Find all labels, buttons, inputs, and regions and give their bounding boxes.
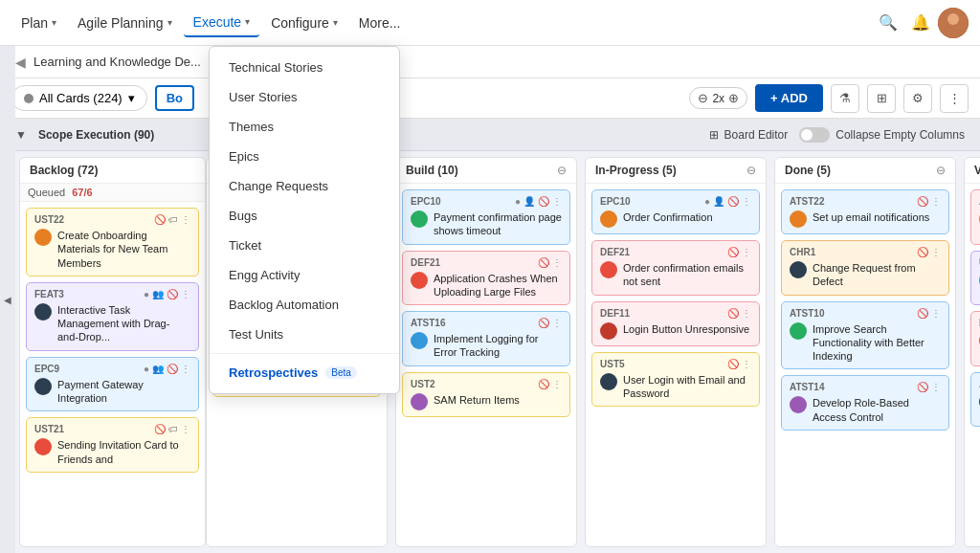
left-panel-expander[interactable]: ◀ — [0, 151, 15, 553]
card-chr1[interactable]: CHR1 🚫 ⋮ Change Request from Defect — [781, 240, 949, 296]
card-epc9[interactable]: EPC9 ● 👥 🚫 ⋮ Payment Gateway Integration — [26, 357, 199, 412]
menu-technical-stories[interactable]: Technical Stories — [210, 53, 399, 82]
block-icon: 🚫 — [727, 359, 739, 369]
inprogress-column: In-Progress (5) ⊖ EPC10 ● 👤 🚫 ⋮ Order Co… — [585, 157, 767, 547]
add-button[interactable]: + ADD — [755, 84, 823, 112]
nav-agile-chevron: ▾ — [167, 17, 172, 28]
card-avatar — [34, 378, 52, 395]
nav-plan-label: Plan — [21, 15, 48, 31]
card-avatar — [34, 438, 52, 455]
filter-icon-button[interactable]: ⚗ — [831, 84, 859, 113]
menu-themes[interactable]: Themes — [210, 112, 399, 142]
card-ust2[interactable]: UST2 🚫 ⋮ SAM Return Items — [402, 372, 570, 417]
card-ust22[interactable]: UST22 🚫 🏷 ⋮ Create Onboarding Materials … — [26, 208, 199, 276]
nav-configure-label: Configure — [271, 15, 329, 31]
breadcrumb-arrow-left[interactable]: ◀ — [15, 55, 26, 70]
more-icon: ⋮ — [742, 359, 751, 369]
board-view-button[interactable]: Bo — [155, 85, 194, 111]
card-def21-ip[interactable]: DEF21 🚫 ⋮ Order confirmation emails not … — [591, 240, 760, 296]
card-id: EPC10 — [600, 196, 631, 207]
share-icon-button[interactable]: ⚙ — [903, 84, 932, 113]
card-def11[interactable]: DEF11 🚫 ⋮ Login Button Unresponsive — [591, 301, 760, 346]
inprogress-minimize[interactable]: ⊖ — [746, 164, 756, 177]
menu-bugs[interactable]: Bugs — [210, 201, 399, 231]
zoom-plus-button[interactable]: ⊕ — [728, 91, 739, 105]
card-avatar — [790, 210, 807, 228]
menu-engg-activity[interactable]: Engg Activity — [210, 260, 399, 290]
card-text: Application Crashes When Uploading Large… — [434, 272, 562, 299]
search-button[interactable]: 🔍 — [873, 8, 903, 38]
card-action-icons: 🚫 ⋮ — [917, 308, 941, 319]
svg-point-1 — [947, 13, 959, 25]
card-action-icons: ● 👥 🚫 ⋮ — [144, 364, 190, 374]
card-atst16[interactable]: ATST16 🚫 ⋮ Implement Logging for Error T… — [402, 311, 570, 366]
user-avatar[interactable] — [938, 8, 969, 38]
menu-change-requests[interactable]: Change Requests — [210, 171, 399, 201]
card-action-icons: ● 👤 🚫 ⋮ — [515, 196, 562, 207]
more-options-button[interactable]: ⋮ — [940, 84, 969, 113]
nav-plan[interactable]: Plan ▾ — [11, 10, 66, 36]
card-text: Set up email notifications — [813, 210, 941, 224]
block-icon: 🚫 — [917, 382, 928, 392]
nav-configure[interactable]: Configure ▾ — [261, 10, 347, 36]
card-order-confirm[interactable]: EPC10 ● 👤 🚫 ⋮ Order Confirmation — [591, 189, 760, 234]
card-adhw1[interactable]: ADHW1 🚫 ⋮ Research and Compile New E-Lea… — [970, 189, 980, 245]
more-icon: ⋮ — [552, 379, 562, 389]
card-ureq1[interactable]: UREQ1 🚫 ⋮ Allow users to create, edit, a… — [970, 251, 980, 306]
menu-badge: Beta — [325, 366, 357, 379]
menu-test-units[interactable]: Test Units — [210, 320, 399, 349]
card-atst3[interactable]: ATST3 🚫 ⋮ Improve Old Co... for Better — [970, 372, 980, 428]
board-area: ◀ Backlog (72) Queued 67/6 UST22 🚫 🏷 ⋮ — [0, 151, 980, 553]
nav-agile-planning[interactable]: Agile Planning ▾ — [68, 10, 182, 36]
block-icon: 🚫 — [154, 424, 166, 434]
menu-retrospectives[interactable]: Retrospectives Beta — [210, 358, 399, 387]
menu-backlog-automation[interactable]: Backlog Automation — [210, 290, 399, 320]
block-icon: ● — [515, 196, 521, 207]
card-epc10[interactable]: EPC10 ● 👤 🚫 ⋮ Payment confirmation page … — [402, 189, 570, 245]
menu-ticket[interactable]: Ticket — [210, 231, 399, 260]
breadcrumb-text: Learning and Knowledge De... — [33, 55, 201, 69]
block-icon: 🚫 — [538, 257, 549, 268]
nav-more[interactable]: More... — [349, 10, 411, 36]
flag-icon: 🚫 — [167, 364, 178, 374]
card-id: UST5 — [600, 359, 625, 369]
menu-epics[interactable]: Epics — [210, 142, 399, 171]
scope-collapse-arrow[interactable]: ▼ — [15, 128, 27, 142]
execute-dropdown-menu: Technical Stories User Stories Themes Ep… — [209, 46, 400, 394]
more-icon: ⋮ — [931, 308, 941, 319]
card-atst10[interactable]: ATST10 🚫 ⋮ Improve Search Functionality … — [781, 301, 949, 370]
card-action-icons: ● 👤 🚫 ⋮ — [704, 196, 751, 207]
menu-user-stories[interactable]: User Stories — [210, 82, 399, 112]
inprogress-title: In-Progress (5) — [595, 164, 677, 177]
all-cards-filter[interactable]: All Cards (224) ▾ — [11, 85, 147, 111]
card-avatar — [411, 272, 428, 289]
queued-bar: Queued 67/6 — [20, 184, 205, 202]
card-atst22[interactable]: ATST22 🚫 ⋮ Set up email notifications — [781, 189, 949, 234]
nav-execute[interactable]: Execute ▾ — [184, 9, 260, 37]
layout-icon-button[interactable]: ⊞ — [867, 84, 896, 113]
card-def15[interactable]: DEF15 🚫 ⋮ Search Bar Placeholder Text Mi… — [970, 311, 980, 366]
block-icon: 🚫 — [917, 196, 928, 207]
backlog-title: Backlog (72) — [30, 164, 98, 177]
card-ust5[interactable]: UST5 🚫 ⋮ User Login with Email and Passw… — [591, 352, 760, 408]
board-editor-button[interactable]: ⊞ Board Editor — [709, 128, 789, 142]
nav-execute-chevron: ▾ — [245, 16, 250, 27]
card-id: ATST14 — [790, 382, 825, 392]
zoom-control: ⊖ 2x ⊕ — [689, 87, 747, 109]
card-feat3[interactable]: FEAT3 ● 👥 🚫 ⋮ Interactive Task Managemen… — [26, 282, 199, 351]
done-header: Done (5) ⊖ — [775, 158, 955, 184]
card-text: Develop Role-Based Access Control — [813, 396, 941, 424]
collapse-toggle[interactable]: Collapse Empty Columns — [799, 127, 965, 143]
zoom-minus-button[interactable]: ⊖ — [698, 91, 708, 105]
build-minimize[interactable]: ⊖ — [557, 164, 567, 177]
card-atst14[interactable]: ATST14 🚫 ⋮ Develop Role-Based Access Con… — [781, 375, 949, 431]
card-ust21[interactable]: UST21 🚫 🏷 ⋮ Sending Invitation Card to F… — [26, 417, 199, 473]
notifications-button[interactable]: 🔔 — [905, 8, 936, 38]
collapse-toggle-switch[interactable] — [799, 127, 830, 143]
more-icon: ⋮ — [931, 382, 941, 392]
done-minimize[interactable]: ⊖ — [936, 164, 946, 177]
card-id: ATST22 — [790, 196, 825, 207]
card-def21-build[interactable]: DEF21 🚫 ⋮ Application Crashes When Uploa… — [402, 251, 570, 306]
more-icon: ⋮ — [742, 247, 751, 257]
backlog-column-header: Backlog (72) — [20, 158, 205, 184]
